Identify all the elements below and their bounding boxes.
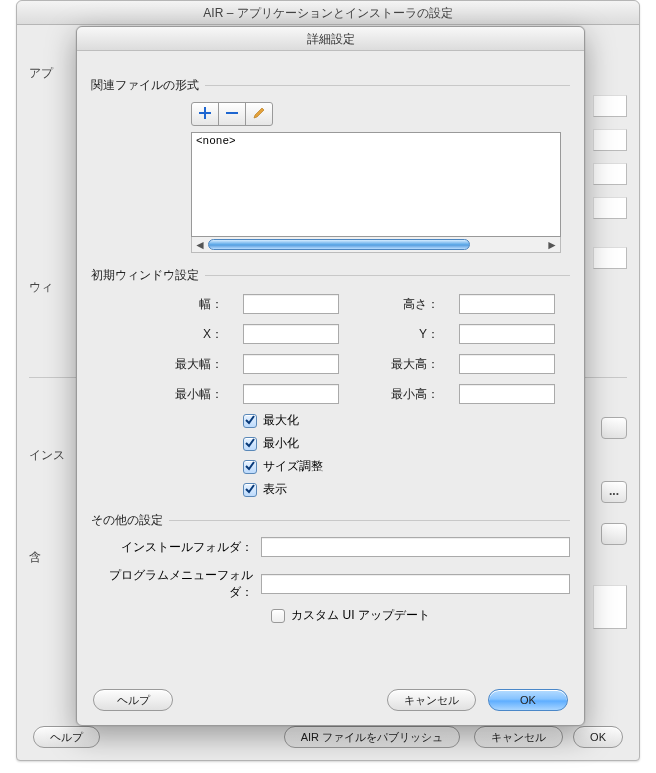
- bg-label-app: アプ: [29, 65, 53, 82]
- check-icon: [245, 437, 255, 451]
- resizable-label: サイズ調整: [263, 458, 323, 475]
- x-label: X：: [159, 326, 227, 343]
- max-width-input[interactable]: [243, 354, 339, 374]
- y-label: Y：: [355, 326, 443, 343]
- custom-update-label: カスタム UI アップデート: [291, 607, 430, 624]
- bg-iconbtn-2[interactable]: [601, 523, 627, 545]
- parent-window-title: AIR – アプリケーションとインストーラの設定: [17, 1, 639, 25]
- divider: [205, 275, 570, 276]
- minimizable-checkbox[interactable]: [243, 437, 257, 451]
- remove-file-type-button[interactable]: [218, 102, 246, 126]
- advanced-settings-dialog: 詳細設定 関連ファイルの形式: [76, 26, 585, 726]
- file-types-hscrollbar[interactable]: ◄ ►: [191, 237, 561, 253]
- scroll-left-arrow-icon[interactable]: ◄: [192, 238, 208, 252]
- max-height-input[interactable]: [459, 354, 555, 374]
- program-menu-input[interactable]: [261, 574, 570, 594]
- bg-iconbtn-1[interactable]: [601, 417, 627, 439]
- bg-field-6[interactable]: [593, 585, 627, 629]
- svg-rect-0: [226, 112, 238, 114]
- minus-icon: [225, 106, 239, 123]
- width-label: 幅：: [159, 296, 227, 313]
- cancel-button[interactable]: キャンセル: [387, 689, 476, 711]
- section-other: その他の設定 インストールフォルダ： プログラムメニューフォルダ： カスタム U…: [91, 512, 570, 624]
- min-height-label: 最小高：: [355, 386, 443, 403]
- bg-field-1[interactable]: [593, 95, 627, 117]
- x-input[interactable]: [243, 324, 339, 344]
- program-menu-label: プログラムメニューフォルダ：: [91, 567, 253, 601]
- visible-label: 表示: [263, 481, 287, 498]
- height-label: 高さ：: [355, 296, 443, 313]
- file-types-list[interactable]: <none>: [191, 132, 561, 237]
- file-types-legend: 関連ファイルの形式: [91, 77, 199, 94]
- scroll-right-arrow-icon[interactable]: ►: [544, 238, 560, 252]
- bg-label-win: ウィ: [29, 279, 53, 296]
- min-width-input[interactable]: [243, 384, 339, 404]
- divider: [169, 520, 570, 521]
- maximizable-label: 最大化: [263, 412, 299, 429]
- install-folder-input[interactable]: [261, 537, 570, 557]
- help-button[interactable]: ヘルプ: [93, 689, 173, 711]
- initial-window-legend: 初期ウィンドウ設定: [91, 267, 199, 284]
- parent-help-button[interactable]: ヘルプ: [33, 726, 100, 748]
- bg-label-inst: インス: [29, 447, 65, 464]
- visible-checkbox[interactable]: [243, 483, 257, 497]
- section-initial-window: 初期ウィンドウ設定 幅： 高さ： X： Y： 最大幅： 最大高： 最小幅： 最小…: [91, 267, 570, 498]
- parent-ok-button[interactable]: OK: [573, 726, 623, 748]
- parent-cancel-button[interactable]: キャンセル: [474, 726, 563, 748]
- check-icon: [245, 414, 255, 428]
- bg-field-5[interactable]: [593, 247, 627, 269]
- check-icon: [245, 483, 255, 497]
- parent-publish-button[interactable]: AIR ファイルをパブリッシュ: [284, 726, 460, 748]
- bg-field-2[interactable]: [593, 129, 627, 151]
- dialog-buttons: ヘルプ キャンセル OK: [93, 689, 568, 711]
- min-height-input[interactable]: [459, 384, 555, 404]
- height-input[interactable]: [459, 294, 555, 314]
- check-icon: [245, 460, 255, 474]
- ok-button[interactable]: OK: [488, 689, 568, 711]
- resizable-checkbox[interactable]: [243, 460, 257, 474]
- minimizable-label: 最小化: [263, 435, 299, 452]
- file-types-toolbar: [191, 102, 570, 126]
- y-input[interactable]: [459, 324, 555, 344]
- scroll-thumb[interactable]: [208, 239, 470, 250]
- plus-icon: [198, 106, 212, 123]
- min-width-label: 最小幅：: [159, 386, 227, 403]
- edit-file-type-button[interactable]: [245, 102, 273, 126]
- section-file-types: 関連ファイルの形式: [91, 77, 570, 253]
- bg-dots-button[interactable]: ...: [601, 481, 627, 503]
- parent-window-buttons: ヘルプ AIR ファイルをパブリッシュ キャンセル OK: [33, 724, 623, 750]
- width-input[interactable]: [243, 294, 339, 314]
- install-folder-label: インストールフォルダ：: [91, 539, 253, 556]
- pencil-icon: [252, 106, 266, 123]
- bg-label-inc: 含: [29, 549, 41, 566]
- bg-field-4[interactable]: [593, 197, 627, 219]
- divider: [205, 85, 570, 86]
- other-legend: その他の設定: [91, 512, 163, 529]
- add-file-type-button[interactable]: [191, 102, 219, 126]
- file-types-list-placeholder: <none>: [196, 135, 236, 147]
- custom-update-checkbox[interactable]: [271, 609, 285, 623]
- maximizable-checkbox[interactable]: [243, 414, 257, 428]
- bg-field-3[interactable]: [593, 163, 627, 185]
- max-width-label: 最大幅：: [159, 356, 227, 373]
- dialog-title: 詳細設定: [77, 27, 584, 51]
- max-height-label: 最大高：: [355, 356, 443, 373]
- scroll-track[interactable]: [208, 237, 544, 252]
